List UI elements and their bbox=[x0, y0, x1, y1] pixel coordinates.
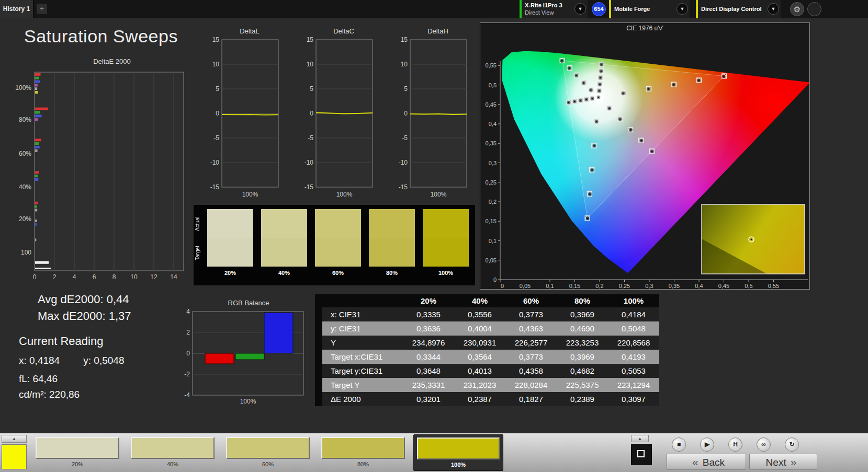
tick-label: 100% bbox=[240, 398, 256, 405]
luminance-badge: 654 bbox=[592, 2, 606, 16]
rgb-balance-chart: RGB Balance 420-2-4100% bbox=[177, 299, 308, 405]
avg-de2000: Avg dE2000: 0,44 bbox=[38, 293, 129, 306]
deltae-bar bbox=[35, 91, 38, 94]
back-button[interactable]: «Back bbox=[667, 454, 746, 470]
top-bar: History 1 + X-Rite i1Pro 3 Direct View ▼… bbox=[0, 0, 868, 18]
table-header-row: 20%40%60%80%100% bbox=[315, 294, 659, 307]
deltae-bar bbox=[35, 223, 37, 226]
display-control-selector[interactable]: Direct Display Control ▼ bbox=[696, 0, 781, 18]
patch-swatch bbox=[131, 437, 215, 459]
table-row-label: Target y:CIE31 bbox=[315, 364, 403, 378]
expand-right-button[interactable]: ▲ bbox=[631, 435, 649, 442]
deltah-plot: 151050-5-10-15100% bbox=[391, 37, 470, 201]
patch-button-20%[interactable]: 20% bbox=[32, 434, 122, 471]
tick-label: 0,15 bbox=[486, 218, 497, 224]
pattern-window-icon bbox=[637, 450, 645, 457]
actual-swatch bbox=[315, 209, 361, 238]
table-cell: 0,3097 bbox=[608, 392, 659, 406]
table-cell: 0,5048 bbox=[608, 321, 659, 336]
next-chevron-icon: » bbox=[786, 456, 801, 468]
tick-label: 0 bbox=[186, 350, 190, 357]
chevron-down-icon[interactable]: ▼ bbox=[768, 3, 779, 15]
deltah-chart: DeltaH 151050-5-10-15100% bbox=[391, 27, 470, 201]
expand-left-button[interactable]: ▲ bbox=[2, 435, 27, 443]
table-cell: 0,3201 bbox=[403, 392, 454, 406]
back-label: Back bbox=[703, 457, 725, 468]
gear-icon[interactable]: ⚙ bbox=[790, 2, 804, 16]
deltae-bar bbox=[35, 146, 40, 148]
single-measure-button[interactable]: H bbox=[728, 438, 742, 452]
tick-label: 0 bbox=[310, 110, 313, 117]
target-swatch bbox=[423, 238, 469, 267]
rgb-bar-red bbox=[205, 353, 234, 364]
deltae-bar bbox=[35, 205, 37, 208]
table-cell: 228,0284 bbox=[505, 378, 557, 392]
table-row-label: x: CIE31 bbox=[315, 307, 403, 321]
pattern-window-button[interactable] bbox=[631, 444, 652, 465]
patch-button-80%[interactable]: 80% bbox=[318, 434, 408, 471]
meter-selector[interactable]: X-Rite i1Pro 3 Direct View ▼ bbox=[520, 0, 588, 18]
table-cell: 0,4690 bbox=[557, 321, 608, 336]
tick-label: 8 bbox=[112, 273, 116, 279]
stop-button[interactable]: ■ bbox=[672, 438, 686, 452]
pattern-source-selector[interactable]: Mobile Forge ▼ bbox=[609, 0, 690, 18]
strip-swatch-label: 20% bbox=[207, 270, 253, 276]
tick-label: 0,55 bbox=[768, 283, 779, 289]
tick-label: 0 bbox=[501, 283, 504, 289]
chevron-down-icon[interactable]: ▼ bbox=[574, 3, 586, 15]
tick-label: 10 bbox=[307, 61, 314, 68]
tick-label: 0,25 bbox=[619, 283, 630, 289]
table-row: y: CIE310,36360,40040,43630,46900,5048 bbox=[315, 321, 659, 336]
chevron-down-icon[interactable]: ▼ bbox=[677, 3, 688, 15]
extra-circle-button[interactable] bbox=[807, 2, 821, 16]
strip-swatch-20%: 20% bbox=[207, 209, 253, 279]
table-cell: 235,3331 bbox=[403, 378, 454, 392]
actual-swatch bbox=[369, 209, 415, 238]
deltal-plot: 151050-5-10-15100% bbox=[203, 37, 281, 201]
deltae-bar bbox=[35, 268, 51, 269]
refresh-button[interactable]: ↻ bbox=[785, 438, 799, 452]
tick-label: 20% bbox=[19, 215, 31, 223]
continuous-measure-button[interactable]: ∞ bbox=[757, 438, 771, 452]
patch-button-100%[interactable]: 100% bbox=[413, 434, 503, 471]
patch-label: 80% bbox=[318, 461, 408, 467]
play-button[interactable]: ▶ bbox=[700, 438, 714, 452]
history-tab[interactable]: History 1 bbox=[0, 0, 33, 18]
table-cell: 0,4682 bbox=[557, 364, 608, 378]
tick-label: 2 bbox=[186, 329, 190, 336]
strip-swatch-label: 40% bbox=[261, 270, 307, 276]
meter-name: X-Rite i1Pro 3 bbox=[525, 2, 573, 9]
current-xy: x: 0,4184 y: 0,5048 bbox=[19, 355, 124, 366]
patch-button-40%[interactable]: 40% bbox=[128, 434, 218, 471]
table-row: Target x:CIE310,33440,35640,37730,39690,… bbox=[315, 350, 659, 364]
table-cell: 0,2389 bbox=[557, 392, 608, 406]
patch-swatch bbox=[226, 437, 310, 459]
table-cell: 0,3335 bbox=[403, 307, 454, 321]
deltae-bar bbox=[35, 142, 39, 145]
tick-label: 0,15 bbox=[569, 283, 580, 289]
page-title: Saturation Sweeps bbox=[24, 26, 178, 47]
patch-button-60%[interactable]: 60% bbox=[223, 434, 313, 471]
patch-label: 100% bbox=[414, 462, 503, 468]
rgb-balance-plot: 420-2-4100% bbox=[177, 308, 308, 405]
current-fl: fL: 64,46 bbox=[19, 373, 58, 385]
add-tab-button[interactable]: + bbox=[37, 4, 47, 14]
tick-label: 0,4 bbox=[695, 283, 703, 289]
deltac-chart-title: DeltaC bbox=[297, 27, 376, 37]
tick-label: 0,2 bbox=[489, 199, 497, 205]
next-button[interactable]: Next» bbox=[749, 454, 817, 470]
current-color-swatch bbox=[2, 444, 27, 469]
table-cell: 230,0931 bbox=[454, 336, 505, 350]
deltae-bar bbox=[35, 171, 39, 174]
deltae2000-chart: DeltaE 2000 02468101214100%80%60%40%20%1… bbox=[9, 57, 191, 279]
table-cell: 0,4013 bbox=[454, 364, 505, 378]
table-cell: 234,8976 bbox=[403, 336, 454, 350]
tick-label: 0,35 bbox=[669, 283, 680, 289]
current-x: x: 0,4184 bbox=[19, 355, 81, 366]
tick-label: -15 bbox=[210, 183, 220, 191]
deltae-bar bbox=[35, 139, 41, 141]
table-cell: 0,3564 bbox=[454, 350, 505, 364]
deltal-chart-title: DeltaL bbox=[203, 27, 281, 37]
deltae2000-chart-title: DeltaE 2000 bbox=[9, 57, 191, 67]
pattern-source-label: Mobile Forge bbox=[614, 5, 675, 13]
